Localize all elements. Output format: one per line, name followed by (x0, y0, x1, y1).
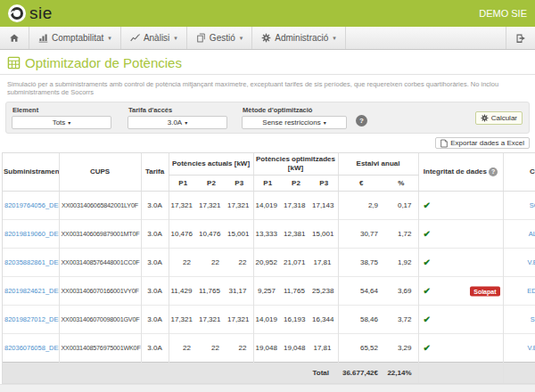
nav-gestio[interactable]: Gestió ▾ (187, 27, 252, 49)
results-table-wrap: Subministrament CUPS Tarifa Potències ac… (2, 152, 535, 384)
chevron-down-icon: ▾ (333, 35, 336, 42)
results-table: Subministrament CUPS Tarifa Potències ac… (3, 153, 535, 383)
main-nav: Comptabilitat ▾ Anàlisi ▾ Gestió ▾ Admin… (0, 27, 535, 50)
cups-value: XX0031406065842001LY0F (59, 192, 141, 220)
export-excel-button[interactable]: Exportar dades a Excel (435, 137, 530, 149)
cups-value: XX0031406070166001VY0F (59, 277, 141, 306)
element-select-value: Tots (53, 118, 66, 127)
metode-select-value: Sense restriccions (262, 118, 320, 127)
cups-value: XX0031408576975001WK0F (59, 334, 141, 363)
col-subministrament: Subministrament (3, 153, 59, 192)
calculator-icon (7, 56, 21, 69)
solapat-badge: Solapat (470, 286, 499, 296)
table-row: 82019824621_DEM XX0031406070166001VY0F 3… (3, 277, 535, 306)
pages-icon (196, 33, 206, 43)
nav-item-label: Comptabilitat (52, 33, 103, 43)
table-row: 82035882861_DEM XX0031408576448001CC0F 3… (3, 249, 535, 277)
cups-value: XX0031408576448001CC0F (59, 249, 141, 277)
chevron-down-icon: ▾ (108, 35, 111, 42)
element-link[interactable]: V.E_ (527, 258, 535, 266)
col-integritat: Integritat de dades ? (418, 153, 503, 192)
cups-value: XX0031406069879001MT0F (59, 220, 141, 249)
tarifa-filter-label: Tarifa d'accés (128, 106, 227, 114)
element-link[interactable]: SO (530, 201, 535, 209)
page-title: Optimitzador de Potències (25, 55, 182, 70)
subministrament-link[interactable]: 82019824621_DEM (4, 287, 59, 295)
footer-strip (0, 384, 535, 392)
line-chart-icon (130, 33, 140, 43)
nav-analisi[interactable]: Anàlisi ▾ (121, 27, 187, 49)
sie-logo-icon (8, 4, 26, 22)
document-icon (440, 139, 448, 148)
integritat-help-icon[interactable]: ? (489, 167, 498, 176)
app-window: sie DEMO SIE Comptabilitat ▾ Anàlisi ▾ G… (0, 0, 535, 392)
total-eur: 36.677,42€ (338, 363, 384, 384)
bar-chart-icon (38, 33, 48, 43)
total-pct: 22,14% (384, 363, 418, 384)
col-potencies-actuals: Potències actuals [kW] (169, 153, 253, 176)
element-select[interactable]: Tots ▾ (12, 116, 111, 129)
logout-button[interactable] (506, 27, 535, 49)
chevron-down-icon: ▾ (240, 35, 243, 42)
page-description: Simulació per a subministraments amb con… (0, 75, 535, 100)
check-icon: ✔ (424, 257, 431, 267)
logout-icon (515, 33, 526, 44)
element-link[interactable]: EDU (527, 287, 535, 295)
total-label: Total (3, 363, 338, 384)
home-button[interactable] (0, 27, 29, 49)
subministrament-link[interactable]: 82035882861_DEM (4, 258, 59, 266)
element-link[interactable]: V.E_ (527, 344, 535, 352)
logo-text: sie (29, 4, 53, 23)
environment-label: DEMO SIE (479, 8, 527, 19)
tarifa-select[interactable]: 3.0A ▾ (128, 116, 227, 129)
chevron-down-icon: ▾ (68, 119, 70, 126)
metode-help-icon[interactable]: ? (356, 115, 367, 127)
chevron-down-icon: ▾ (174, 35, 177, 42)
check-icon: ✔ (424, 229, 431, 239)
check-icon: ✔ (424, 314, 431, 324)
element-filter-label: Element (12, 106, 111, 114)
metode-filter-label: Mètode d'optimització (243, 106, 347, 114)
home-icon (9, 33, 20, 43)
page-header: Optimitzador de Potències (0, 50, 535, 75)
nav-item-label: Administració (275, 33, 328, 43)
nav-item-label: Anàlisi (144, 33, 169, 43)
cups-value: XX0031406070098001GV0F (59, 306, 141, 334)
subministrament-link[interactable]: 82019764056_DEM (4, 201, 59, 209)
gears-icon (261, 33, 271, 43)
nav-administracio[interactable]: Administració ▾ (252, 27, 346, 49)
chevron-down-icon: ▾ (185, 119, 187, 126)
col-tarifa: Tarifa (141, 153, 169, 192)
table-row: 82036076058_DEM XX0031408576975001WK0F 3… (3, 334, 535, 363)
subministrament-link[interactable]: 82019819060_DEM (4, 230, 59, 238)
element-link[interactable]: ALT (529, 230, 535, 238)
col-potencies-optimitzades: Potències optimitzades [kW] (253, 153, 338, 176)
table-row: 82019819060_DEM XX0031406069879001MT0F 3… (3, 220, 535, 249)
table-row: 82019827012_DEM XX0031406070098001GV0F 3… (3, 306, 535, 334)
calcular-button[interactable]: Calcular (475, 111, 523, 125)
subministrament-link[interactable]: 82036076058_DEM (4, 344, 59, 352)
gear-icon (481, 114, 489, 122)
col-estalvi-anual: Estalvi anual (338, 153, 418, 176)
filter-panel: Element Tots ▾ Tarifa d'accés 3.0A ▾ Mèt… (5, 102, 530, 134)
export-excel-label: Exportar dades a Excel (450, 139, 524, 147)
check-icon: ✔ (424, 200, 431, 210)
col-cups: CUPS (59, 153, 141, 192)
col-cutoff: Co (503, 153, 535, 192)
check-icon: ✔ (424, 286, 431, 296)
calcular-label: Calcular (491, 114, 517, 122)
chevron-down-icon: ▾ (324, 119, 326, 126)
logo[interactable]: sie (8, 4, 53, 23)
tarifa-select-value: 3.0A (168, 118, 182, 127)
app-header: sie DEMO SIE (0, 0, 535, 27)
metode-select[interactable]: Sense restriccions ▾ (242, 116, 347, 129)
subministrament-link[interactable]: 82019827012_DEM (4, 315, 59, 323)
element-link[interactable]: S1 (531, 315, 535, 323)
nav-comptabilitat[interactable]: Comptabilitat ▾ (29, 27, 121, 49)
table-row: 82019764056_DEM XX0031406065842001LY0F 3… (3, 192, 535, 220)
total-row: Total 36.677,42€ 22,14% (3, 363, 535, 384)
check-icon: ✔ (424, 343, 431, 353)
nav-item-label: Gestió (210, 33, 235, 43)
